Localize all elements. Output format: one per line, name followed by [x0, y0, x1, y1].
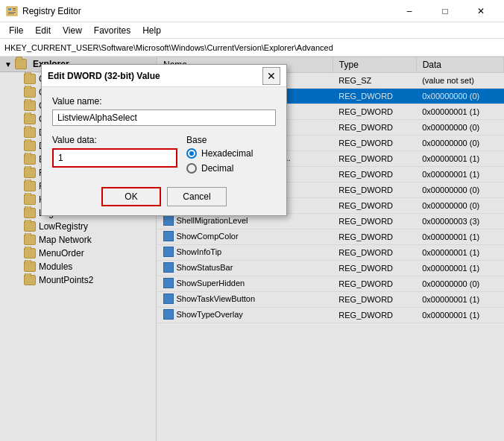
close-button[interactable]: ✕ — [464, 0, 498, 22]
minimize-button[interactable]: – — [392, 0, 426, 22]
svg-rect-0 — [7, 7, 17, 16]
window-title: Registry Editor — [22, 6, 81, 16]
svg-rect-4 — [8, 12, 16, 13]
registry-icon — [6, 5, 18, 17]
dialog-title-bar: Edit DWORD (32-bit) Value ✕ — [42, 65, 286, 87]
dialog-title: Edit DWORD (32-bit) Value — [48, 71, 160, 81]
dialog-close-button[interactable]: ✕ — [262, 67, 280, 85]
value-name-input[interactable] — [52, 110, 276, 126]
base-section: Base Hexadecimal Decimal — [186, 135, 276, 178]
title-bar-controls: – □ ✕ — [392, 0, 498, 22]
title-bar-left: Registry Editor — [6, 5, 81, 17]
radio-dec-label: Decimal — [201, 163, 233, 174]
address-path: HKEY_CURRENT_USER\Software\Microsoft\Win… — [4, 43, 333, 52]
menu-edit[interactable]: Edit — [29, 24, 57, 37]
radio-decimal[interactable]: Decimal — [186, 163, 276, 174]
cancel-button[interactable]: Cancel — [167, 187, 227, 206]
value-data-label: Value data: — [52, 135, 177, 145]
maximize-button[interactable]: □ — [428, 0, 462, 22]
value-data-input[interactable] — [52, 148, 177, 168]
radio-hexadecimal[interactable]: Hexadecimal — [186, 148, 276, 159]
radio-hex-label: Hexadecimal — [201, 148, 253, 159]
svg-rect-3 — [13, 10, 16, 10]
edit-dword-dialog: Edit DWORD (32-bit) Value ✕ Value name: … — [41, 64, 287, 216]
dialog-body: Value name: Value data: Base Hexadecimal… — [42, 87, 286, 215]
svg-rect-2 — [13, 8, 16, 9]
menu-help[interactable]: Help — [136, 24, 167, 37]
dialog-buttons: OK Cancel — [52, 187, 276, 206]
menu-file[interactable]: File — [3, 24, 29, 37]
menu-view[interactable]: View — [57, 24, 88, 37]
menu-favorites[interactable]: Favorites — [88, 24, 136, 37]
menu-bar: File Edit View Favorites Help — [0, 22, 504, 39]
svg-rect-1 — [8, 8, 11, 10]
value-data-section: Value data: — [52, 135, 177, 168]
value-name-label: Value name: — [52, 96, 276, 107]
svg-rect-5 — [8, 13, 14, 14]
title-bar: Registry Editor – □ ✕ — [0, 0, 504, 22]
radio-dec-circle — [186, 163, 197, 174]
dialog-data-row: Value data: Base Hexadecimal Decimal — [52, 135, 276, 178]
ok-button[interactable]: OK — [101, 187, 161, 206]
dialog-overlay: Edit DWORD (32-bit) Value ✕ Value name: … — [0, 57, 504, 441]
base-label: Base — [186, 135, 276, 145]
radio-hex-circle — [186, 148, 197, 159]
address-bar: HKEY_CURRENT_USER\Software\Microsoft\Win… — [0, 39, 504, 57]
